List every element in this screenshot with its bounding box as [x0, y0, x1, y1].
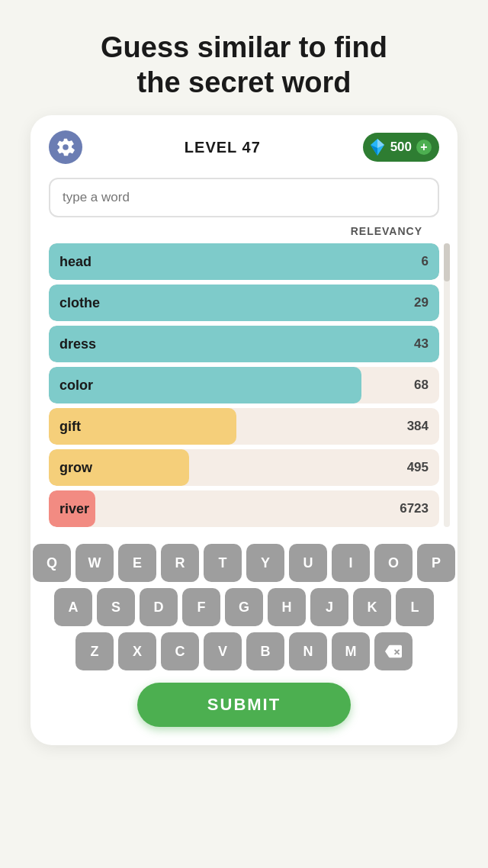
key-h[interactable]: H [268, 588, 306, 626]
word-text: grow [49, 460, 407, 476]
game-card: LEVEL 47 500 + RELEVANCY head6clothe29dr… [30, 115, 458, 745]
word-score: 6 [422, 254, 439, 269]
key-d[interactable]: D [140, 588, 178, 626]
page-title: Guess similar to find the secret word [101, 31, 387, 100]
relevancy-header: RELEVANCY [49, 225, 439, 237]
key-k[interactable]: K [353, 588, 391, 626]
keyboard-row: ASDFGHJKL [54, 588, 434, 626]
list-item: river6723 [49, 490, 439, 527]
key-s[interactable]: S [97, 588, 135, 626]
key-e[interactable]: E [118, 544, 156, 582]
list-item: color68 [49, 367, 439, 403]
scrollbar-thumb[interactable] [444, 243, 450, 281]
key-t[interactable]: T [204, 544, 242, 582]
key-j[interactable]: J [310, 588, 348, 626]
diamond-icon [368, 137, 387, 157]
key-n[interactable]: N [289, 632, 327, 670]
word-text: river [49, 501, 400, 517]
settings-button[interactable] [49, 130, 82, 164]
keyboard-row: ZXCVBNM [75, 632, 413, 670]
key-z[interactable]: Z [75, 632, 114, 670]
word-text: head [49, 254, 422, 270]
backspace-key[interactable] [374, 632, 413, 670]
gems-count: 500 [390, 140, 412, 155]
key-l[interactable]: L [396, 588, 434, 626]
key-b[interactable]: B [246, 632, 284, 670]
key-p[interactable]: P [417, 544, 455, 582]
list-item: head6 [49, 243, 439, 280]
word-score: 43 [414, 336, 439, 352]
level-display: LEVEL 47 [185, 139, 261, 156]
word-text: clothe [49, 295, 414, 311]
scrollbar-track[interactable] [444, 243, 450, 527]
word-text: gift [49, 419, 407, 435]
gems-badge: 500 + [363, 133, 439, 162]
card-header: LEVEL 47 500 + [49, 130, 439, 164]
keyboard: QWERTYUIOPASDFGHJKLZXCVBNM [49, 544, 439, 670]
list-item: gift384 [49, 408, 439, 445]
gear-icon [56, 137, 75, 157]
key-g[interactable]: G [225, 588, 263, 626]
list-item: clothe29 [49, 285, 439, 321]
key-a[interactable]: A [54, 588, 92, 626]
key-f[interactable]: F [182, 588, 220, 626]
word-score: 6723 [400, 501, 439, 516]
key-w[interactable]: W [75, 544, 114, 582]
word-score: 384 [407, 419, 439, 434]
list-item: grow495 [49, 449, 439, 486]
key-r[interactable]: R [161, 544, 199, 582]
word-score: 29 [414, 295, 439, 310]
word-input[interactable] [49, 178, 439, 217]
key-y[interactable]: Y [246, 544, 284, 582]
word-text: color [49, 378, 414, 394]
key-u[interactable]: U [289, 544, 327, 582]
key-v[interactable]: V [204, 632, 242, 670]
word-score: 68 [414, 378, 439, 393]
word-text: dress [49, 336, 414, 352]
key-i[interactable]: I [332, 544, 370, 582]
key-q[interactable]: Q [33, 544, 71, 582]
key-m[interactable]: M [332, 632, 370, 670]
submit-button[interactable]: SUBMIT [137, 683, 351, 727]
key-c[interactable]: C [161, 632, 199, 670]
keyboard-row: QWERTYUIOP [33, 544, 455, 582]
word-list: head6clothe29dress43color68gift384grow49… [49, 243, 439, 527]
add-gems-button[interactable]: + [416, 140, 432, 155]
key-o[interactable]: O [374, 544, 413, 582]
key-x[interactable]: X [118, 632, 156, 670]
word-score: 495 [407, 460, 439, 475]
list-item: dress43 [49, 326, 439, 362]
